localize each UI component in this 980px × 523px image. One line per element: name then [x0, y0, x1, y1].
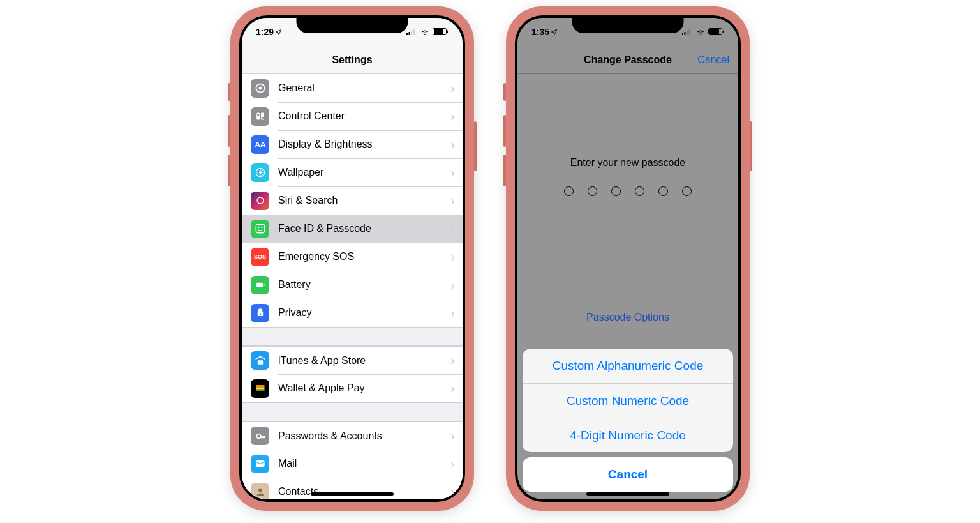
settings-row-contacts[interactable]: Contacts›: [242, 478, 463, 499]
svg-point-22: [259, 313, 261, 315]
chevron-right-icon: ›: [450, 381, 463, 396]
row-label: Mail: [278, 458, 450, 469]
passcode-prompt: Enter your new passcode: [517, 157, 738, 169]
row-label: Face ID & Passcode: [278, 223, 450, 234]
settings-row-itunes[interactable]: iTunes & App Store›: [242, 346, 463, 374]
chevron-right-icon: ›: [450, 250, 463, 264]
wallpaper-icon: [251, 163, 269, 182]
passcode-entry: Enter your new passcode: [517, 74, 738, 196]
location-icon: [551, 29, 558, 36]
chevron-right-icon: ›: [450, 278, 463, 292]
cancel-nav-button[interactable]: Cancel: [697, 54, 729, 66]
battery-icon: [433, 28, 449, 36]
row-label: Emergency SOS: [278, 251, 450, 262]
home-indicator[interactable]: [586, 492, 669, 496]
settings-row-display[interactable]: AADisplay & Brightness›: [242, 130, 463, 158]
cellular-icon: [406, 29, 417, 36]
battery-icon: [708, 28, 724, 36]
passwords-icon: [251, 427, 269, 445]
settings-row-passwords[interactable]: Passwords & Accounts›: [242, 421, 463, 450]
settings-row-wallpaper[interactable]: Wallpaper›: [242, 158, 463, 186]
chevron-right-icon: ›: [450, 485, 463, 499]
mail-icon: [251, 455, 269, 473]
svg-point-29: [258, 489, 262, 492]
settings-row-faceid[interactable]: Face ID & Passcode›: [242, 215, 463, 243]
svg-rect-24: [256, 385, 264, 387]
svg-rect-28: [256, 460, 264, 467]
row-label: Control Center: [278, 110, 450, 122]
svg-point-16: [257, 197, 264, 204]
chevron-right-icon: ›: [450, 306, 463, 321]
passcode-dots: [517, 186, 738, 196]
row-label: Passwords & Accounts: [278, 430, 450, 442]
sheet-option-2[interactable]: 4-Digit Numeric Code: [523, 418, 733, 452]
home-indicator[interactable]: [311, 492, 394, 496]
passcode-dot: [682, 186, 692, 196]
svg-rect-3: [413, 29, 415, 35]
sheet-option-0[interactable]: Custom Alphanumeric Code: [523, 349, 733, 383]
chevron-right-icon: ›: [450, 353, 463, 368]
passcode-dot: [588, 186, 597, 196]
status-time: 1:29: [256, 27, 274, 37]
side-button: [474, 121, 477, 171]
svg-rect-5: [434, 29, 443, 34]
volume-down-button: [503, 155, 506, 186]
svg-point-27: [256, 434, 261, 438]
volume-down-button: [228, 155, 230, 186]
svg-rect-17: [256, 224, 264, 232]
iphone-change-passcode: 1:35 Change Passcode Cancel Enter your n…: [506, 6, 750, 511]
action-sheet: Custom Alphanumeric CodeCustom Numeric C…: [523, 349, 733, 492]
mute-switch: [503, 83, 506, 101]
svg-point-18: [258, 227, 259, 228]
settings-row-control[interactable]: Control Center›: [242, 102, 463, 130]
nav-bar: Settings: [242, 46, 463, 74]
location-icon: [275, 29, 282, 36]
notch: [572, 15, 684, 33]
settings-list[interactable]: General›Control Center›AADisplay & Brigh…: [242, 74, 463, 499]
svg-rect-23: [257, 360, 262, 365]
svg-rect-6: [447, 31, 449, 33]
side-button: [750, 121, 752, 171]
chevron-right-icon: ›: [450, 457, 463, 471]
passcode-dot: [658, 186, 668, 196]
svg-rect-35: [709, 29, 719, 34]
sheet-option-1[interactable]: Custom Numeric Code: [523, 383, 733, 418]
passcode-dot: [611, 186, 621, 196]
nav-title: Change Passcode: [584, 54, 672, 66]
settings-row-siri[interactable]: Siri & Search›: [242, 186, 463, 215]
wifi-icon: [420, 29, 430, 36]
svg-rect-36: [723, 31, 724, 33]
settings-row-sos[interactable]: SOSEmergency SOS›: [242, 243, 463, 271]
row-label: Wallpaper: [278, 167, 450, 178]
group-gap: [242, 327, 463, 346]
passcode-options-link[interactable]: Passcode Options: [517, 312, 738, 323]
chevron-right-icon: ›: [450, 428, 463, 443]
chevron-right-icon: ›: [450, 109, 463, 124]
svg-rect-33: [689, 29, 690, 35]
settings-row-general[interactable]: General›: [242, 74, 463, 102]
svg-rect-26: [256, 390, 264, 391]
svg-text:AA: AA: [255, 140, 265, 148]
settings-row-privacy[interactable]: Privacy›: [242, 299, 463, 327]
iphone-settings: 1:29 Settings General›Control Center›AAD…: [230, 6, 474, 511]
settings-row-battery[interactable]: Battery›: [242, 271, 463, 299]
action-sheet-cancel[interactable]: Cancel: [523, 457, 733, 492]
row-label: Display & Brightness: [278, 139, 450, 150]
control-icon: [251, 107, 269, 126]
settings-row-mail[interactable]: Mail›: [242, 450, 463, 478]
svg-point-11: [257, 114, 259, 116]
row-label: Privacy: [278, 307, 450, 319]
svg-point-8: [258, 87, 262, 90]
chevron-right-icon: ›: [450, 81, 463, 96]
passcode-dot: [564, 186, 574, 196]
svg-point-19: [261, 227, 262, 228]
group-gap: [242, 402, 463, 421]
svg-rect-32: [687, 31, 688, 35]
settings-row-wallet[interactable]: Wallet & Apple Pay›: [242, 374, 463, 402]
volume-up-button: [228, 115, 230, 147]
sos-icon: SOS: [251, 248, 269, 266]
row-label: Contacts: [278, 486, 450, 497]
row-label: Siri & Search: [278, 195, 450, 206]
svg-rect-31: [685, 32, 686, 35]
status-time: 1:35: [531, 27, 549, 37]
